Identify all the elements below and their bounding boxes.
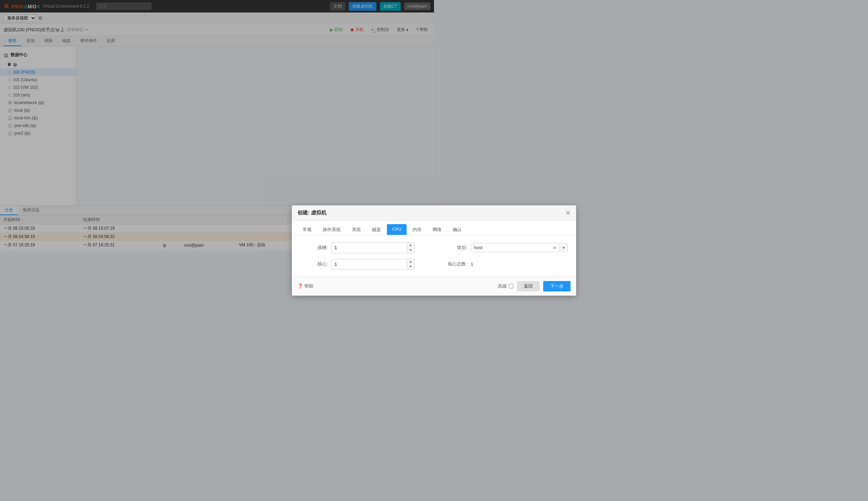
cpu-form-grid: 插槽: ▲ ▼ 类别: host ✕ ▾ <box>300 242 434 250</box>
modal-tab-网络[interactable]: 网络 <box>427 224 434 235</box>
modal-tab-系统[interactable]: 系统 <box>347 224 366 235</box>
slot-down-arrow[interactable]: ▼ <box>407 248 414 250</box>
create-vm-modal: 创建: 虚拟机 ✕ 常规操作系统系统磁盘CPU内存网络确认 插槽: ▲ ▼ <box>292 205 434 250</box>
slot-arrows: ▲ ▼ <box>407 243 414 250</box>
modal-header: 创建: 虚拟机 ✕ <box>292 205 434 221</box>
modal-tab-磁盘[interactable]: 磁盘 <box>367 224 386 235</box>
modal-title: 创建: 虚拟机 <box>297 210 327 216</box>
modal-tab-内存[interactable]: 内存 <box>407 224 427 235</box>
slot-row: 插槽: ▲ ▼ <box>300 242 426 250</box>
modal-tab-操作系统[interactable]: 操作系统 <box>318 224 346 235</box>
modal-body: 插槽: ▲ ▼ 类别: host ✕ ▾ <box>292 235 434 250</box>
slot-spinner: ▲ ▼ <box>331 242 415 250</box>
slot-input[interactable] <box>332 243 407 250</box>
modal-tab-常规[interactable]: 常规 <box>297 224 317 235</box>
modal-tab-CPU[interactable]: CPU <box>387 224 407 235</box>
slot-label: 插槽: <box>300 245 328 250</box>
modal-tabs: 常规操作系统系统磁盘CPU内存网络确认 <box>292 221 434 235</box>
modal-overlay: 创建: 虚拟机 ✕ 常规操作系统系统磁盘CPU内存网络确认 插槽: ▲ ▼ <box>0 0 434 250</box>
slot-up-arrow[interactable]: ▲ <box>407 243 414 248</box>
